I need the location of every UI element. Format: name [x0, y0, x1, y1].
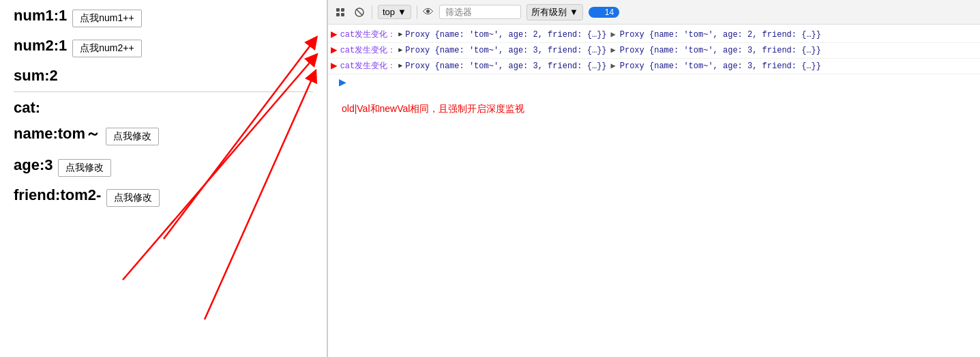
- console-toolbar: top ▼ 👁 所有级别 ▼ 14: [328, 0, 980, 25]
- divider: [14, 91, 313, 92]
- log-label-2: cat发生变化：: [340, 44, 396, 57]
- proxy-text-3b: Proxy {name: 'tom~', age: 3, friend: {…}…: [620, 60, 821, 72]
- arrow-sep-2: ▶: [611, 44, 616, 57]
- right-panel: top ▼ 👁 所有级别 ▼ 14 ▶ cat发生变化： ▶ Proxy {na…: [327, 0, 980, 357]
- error-indicator: ▶: [331, 29, 338, 41]
- console-note: old|Val和newVal相同，且强制开启深度监视: [328, 89, 980, 129]
- left-panel: num1:1 点我num1++ num2:1 点我num2++ sum:2 ca…: [0, 0, 327, 357]
- proxy1-expand-1[interactable]: ▶: [398, 29, 402, 41]
- proxy-text-2a: Proxy {name: 'tom~', age: 3, friend: {…}…: [405, 44, 606, 57]
- log-entry: ▶ cat发生变化： ▶ Proxy {name: 'tom~', age: 2…: [328, 27, 980, 43]
- small-arrow-row: ▶: [328, 74, 980, 89]
- ban-icon[interactable]: [353, 5, 366, 19]
- svg-point-9: [595, 9, 602, 16]
- error-indicator: ▶: [331, 60, 338, 72]
- top-select[interactable]: top ▼: [378, 5, 411, 19]
- badge-count: 14: [605, 8, 614, 17]
- age-label: age:3: [14, 156, 53, 174]
- proxy-text-2b: Proxy {name: 'tom~', age: 3, friend: {…}…: [620, 44, 821, 57]
- small-arrow-icon: ▶: [333, 76, 346, 87]
- console-log: ▶ cat发生变化： ▶ Proxy {name: 'tom~', age: 2…: [328, 25, 980, 357]
- eye-icon[interactable]: 👁: [423, 6, 434, 18]
- age-button[interactable]: 点我修改: [58, 159, 111, 177]
- log-label-3: cat发生变化：: [340, 60, 396, 72]
- num2-button[interactable]: 点我num2++: [72, 40, 141, 57]
- log-label-1: cat发生变化：: [340, 29, 396, 41]
- arrow-sep-1: ▶: [611, 29, 616, 41]
- num2-label: num2:1: [14, 37, 67, 55]
- level-select[interactable]: 所有级别 ▼: [526, 4, 583, 20]
- proxy-text-1b: Proxy {name: 'tom~', age: 2, friend: {…}…: [620, 29, 821, 41]
- error-indicator: ▶: [331, 44, 338, 57]
- top-chevron-icon: ▼: [398, 7, 406, 17]
- name-label: name:tom～: [14, 124, 100, 144]
- svg-rect-6: [341, 13, 344, 16]
- name-button[interactable]: 点我修改: [106, 128, 159, 145]
- svg-rect-3: [336, 8, 340, 12]
- toolbar-divider-2: [417, 5, 417, 19]
- toolbar-divider-1: [372, 5, 372, 19]
- message-count-badge: 14: [589, 7, 619, 18]
- friend-button[interactable]: 点我修改: [106, 189, 160, 207]
- level-chevron-icon: ▼: [569, 7, 578, 17]
- num1-button[interactable]: 点我num1++: [72, 10, 141, 27]
- log-entry: ▶ cat发生变化： ▶ Proxy {name: 'tom~', age: 3…: [328, 43, 980, 59]
- proxy1-expand-2[interactable]: ▶: [398, 44, 402, 57]
- clear-icon[interactable]: [333, 5, 347, 19]
- num1-label: num1:1: [14, 7, 67, 25]
- top-label: top: [383, 7, 395, 17]
- sum-label: sum:2: [14, 67, 313, 85]
- proxy-text-3a: Proxy {name: 'tom~', age: 3, friend: {…}…: [405, 60, 606, 72]
- proxy-text-1a: Proxy {name: 'tom~', age: 2, friend: {…}…: [405, 29, 606, 41]
- cat-label: cat:: [14, 99, 313, 117]
- svg-line-8: [357, 9, 363, 15]
- svg-rect-5: [336, 13, 340, 16]
- proxy1-expand-3[interactable]: ▶: [398, 60, 402, 72]
- filter-input[interactable]: [439, 5, 521, 19]
- friend-label: friend:tom2-: [14, 186, 101, 204]
- svg-rect-4: [341, 8, 344, 12]
- level-label: 所有级别: [531, 6, 567, 18]
- log-entry: ▶ cat发生变化： ▶ Proxy {name: 'tom~', age: 3…: [328, 59, 980, 74]
- arrow-sep-3: ▶: [611, 60, 616, 72]
